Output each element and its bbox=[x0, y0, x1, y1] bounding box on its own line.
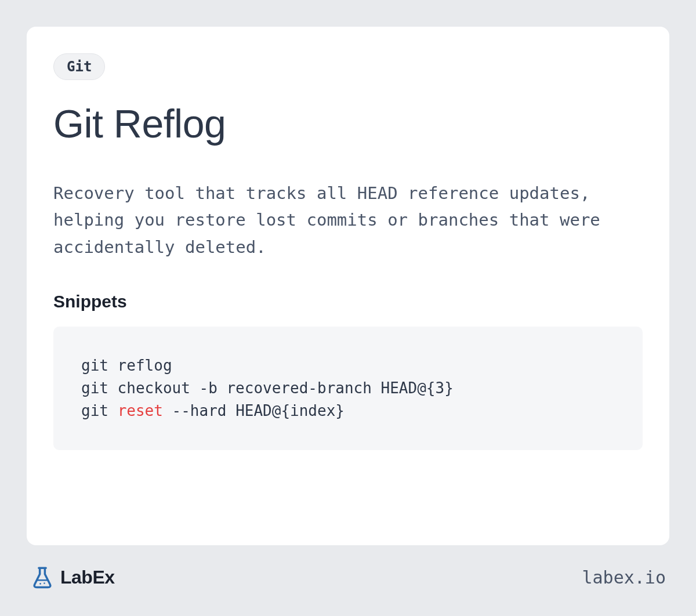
page-title: Git Reflog bbox=[53, 101, 643, 146]
code-line-3-prefix: git bbox=[81, 402, 118, 419]
svg-point-0 bbox=[39, 583, 41, 585]
code-line-3-suffix: --hard HEAD@{index} bbox=[163, 402, 345, 419]
brand-url: labex.io bbox=[582, 567, 666, 588]
brand-logo: LabEx bbox=[30, 565, 115, 589]
brand-name: LabEx bbox=[60, 567, 115, 588]
code-snippet: git reflog git checkout -b recovered-bra… bbox=[53, 327, 643, 450]
svg-point-1 bbox=[44, 582, 45, 584]
content-card: Git Git Reflog Recovery tool that tracks… bbox=[27, 27, 669, 545]
category-tag: Git bbox=[53, 53, 105, 80]
snippets-heading: Snippets bbox=[53, 292, 643, 311]
code-keyword-reset: reset bbox=[118, 402, 163, 419]
flask-icon bbox=[30, 565, 55, 589]
footer: LabEx labex.io bbox=[27, 565, 669, 589]
code-line-2: git checkout -b recovered-branch HEAD@{3… bbox=[81, 379, 454, 397]
description-text: Recovery tool that tracks all HEAD refer… bbox=[53, 180, 643, 260]
code-line-1: git reflog bbox=[81, 357, 172, 374]
